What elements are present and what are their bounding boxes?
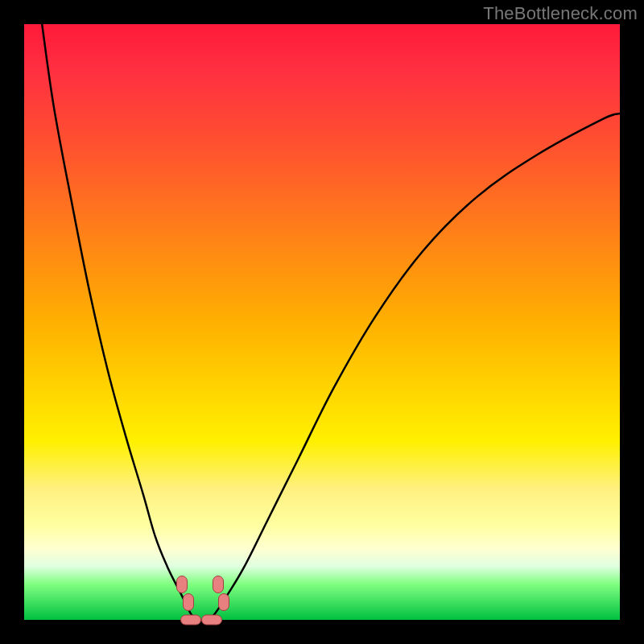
plot-area: [24, 24, 620, 620]
marker-right-lower: [218, 593, 229, 611]
marker-left-upper: [176, 576, 188, 593]
curve-left: [42, 24, 196, 620]
marker-left-lower: [183, 593, 194, 611]
curve-right: [208, 114, 620, 620]
watermark-text: TheBottleneck.com: [483, 3, 638, 24]
marker-bottom-left: [180, 615, 201, 625]
marker-bottom-right: [201, 615, 222, 625]
curve-layer: [24, 24, 620, 620]
marker-right-upper: [213, 576, 224, 593]
